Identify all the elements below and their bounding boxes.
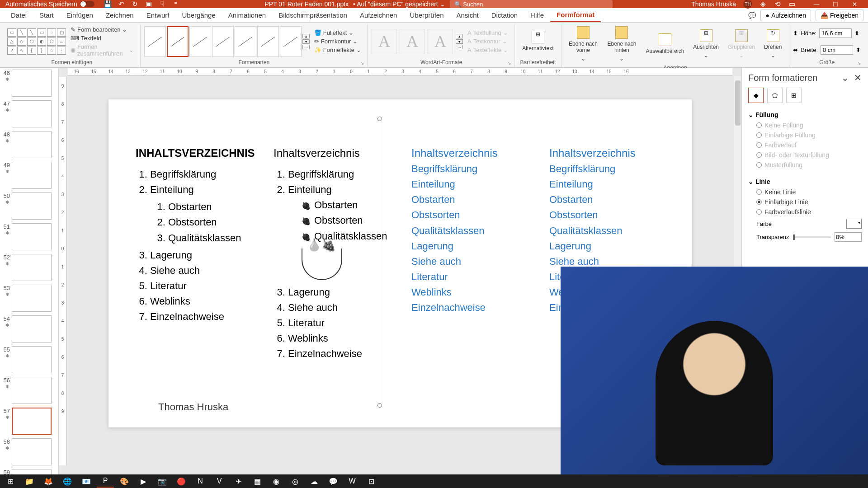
tab-animationen[interactable]: Animationen bbox=[222, 9, 272, 22]
undo-icon[interactable]: ↶ bbox=[118, 0, 125, 8]
slide-thumbnail-46[interactable] bbox=[12, 70, 52, 97]
app-icon[interactable]: ◎ bbox=[287, 475, 304, 488]
slide-thumbnail-58[interactable] bbox=[12, 438, 52, 465]
send-backward-button[interactable]: Ebene nach hinten ⌄ bbox=[603, 24, 640, 64]
dialog-launcher-icon[interactable]: ↘ bbox=[360, 61, 364, 66]
rotate-button[interactable]: ↻Drehen ⌄ bbox=[760, 28, 785, 61]
tab-hilfe[interactable]: Hilfe bbox=[524, 9, 550, 22]
present-icon[interactable]: ▣ bbox=[145, 0, 152, 8]
line-opt-gradient[interactable]: Farbverlaufslinie bbox=[748, 207, 862, 217]
app-icon[interactable]: 🎨 bbox=[116, 475, 133, 488]
explorer-icon[interactable]: 📁 bbox=[21, 475, 38, 488]
effects-button[interactable]: ✨ Formeffekte ⌄ bbox=[311, 46, 364, 54]
vlc-icon[interactable]: ▶ bbox=[135, 475, 152, 488]
textbox-button[interactable]: ⌨ Textfeld bbox=[68, 34, 137, 42]
slide-thumbnail-59[interactable] bbox=[12, 469, 52, 474]
autosave-toggle[interactable]: Automatisches Speichern bbox=[2, 0, 98, 8]
fill-section-header[interactable]: ⌄ Füllung bbox=[748, 109, 862, 120]
selection-handle-top[interactable] bbox=[377, 117, 382, 121]
onenote-icon[interactable]: N bbox=[192, 475, 209, 488]
line-style-gallery[interactable]: ▴▾⋯ bbox=[144, 26, 310, 57]
slide-thumbnail-56[interactable] bbox=[12, 377, 52, 404]
minimize-button[interactable]: — bbox=[807, 0, 826, 8]
dialog-launcher-icon[interactable]: ↘ bbox=[507, 61, 511, 66]
qat-more-icon[interactable]: ⁼ bbox=[172, 0, 179, 8]
outline-button[interactable]: ✏ Formkontur ⌄ bbox=[311, 37, 364, 46]
slide-thumbnail-54[interactable] bbox=[12, 315, 52, 343]
sync-icon[interactable]: ⟲ bbox=[774, 0, 781, 8]
height-input[interactable] bbox=[819, 28, 852, 38]
comments-icon[interactable]: 💬 bbox=[748, 12, 756, 19]
effects-tab[interactable]: ⬠ bbox=[767, 88, 783, 103]
line-opt-none[interactable]: Keine Linie bbox=[748, 187, 862, 197]
wordart-gallery[interactable]: AAA ▴▾⋯ bbox=[372, 29, 463, 54]
stepper-icon[interactable]: ⬍ bbox=[854, 30, 859, 37]
pane-close-icon[interactable]: ✕ bbox=[854, 73, 862, 83]
slide-thumbnail-53[interactable] bbox=[12, 285, 52, 312]
fill-line-tab[interactable]: ◆ bbox=[748, 88, 764, 103]
tab-ansicht[interactable]: Ansicht bbox=[450, 9, 485, 22]
tab-aufzeichnen[interactable]: Aufzeichnen bbox=[354, 9, 404, 22]
fill-button[interactable]: 🪣 Fülleffekt ⌄ bbox=[311, 28, 364, 37]
windows-taskbar[interactable]: ⊞ 📁 🦊 🌐 📧 P 🎨 ▶ 📷 🔴 N V ✈ ▦ ◉ ◎ ☁ 💬 W ⊡ bbox=[0, 474, 868, 488]
dialog-launcher-icon[interactable]: ↘ bbox=[857, 61, 861, 66]
slide-thumbnail-55[interactable] bbox=[12, 346, 52, 373]
line-section-header[interactable]: ⌄ Linie bbox=[748, 176, 862, 187]
firefox-icon[interactable]: 🦊 bbox=[40, 475, 57, 488]
window-icon[interactable]: ▭ bbox=[788, 0, 796, 8]
transparency-slider[interactable] bbox=[793, 236, 831, 238]
touch-icon[interactable]: ☟ bbox=[159, 0, 166, 8]
stepper-icon[interactable]: ⬍ bbox=[856, 47, 861, 53]
tab-uebergaenge[interactable]: Übergänge bbox=[176, 9, 222, 22]
telegram-icon[interactable]: ✈ bbox=[230, 475, 247, 488]
selection-pane-button[interactable]: Auswahlbereich bbox=[642, 32, 688, 56]
edit-shape-button[interactable]: ✎ Form bearbeiten ⌄ bbox=[68, 25, 137, 34]
tab-zeichnen[interactable]: Zeichnen bbox=[99, 9, 140, 22]
slide-thumbnail-50[interactable] bbox=[12, 192, 52, 220]
line-opt-solid[interactable]: Einfarbige Linie bbox=[748, 197, 862, 207]
pane-dropdown-icon[interactable]: ⌄ bbox=[841, 73, 849, 83]
tab-bildschirm[interactable]: Bildschirmpräsentation bbox=[272, 9, 354, 22]
redo-icon[interactable]: ↻ bbox=[132, 0, 139, 8]
diamond-icon[interactable]: ◈ bbox=[760, 0, 767, 8]
tab-start[interactable]: Start bbox=[33, 9, 60, 22]
slide-thumbnail-57[interactable] bbox=[12, 408, 52, 435]
size-props-tab[interactable]: ⊞ bbox=[786, 88, 802, 103]
slide-thumbnails[interactable]: 4647484950515253545556575859 bbox=[0, 68, 59, 474]
obs-icon[interactable]: ◉ bbox=[268, 475, 285, 488]
slide-thumbnail-49[interactable] bbox=[12, 162, 52, 189]
app-icon[interactable]: ☁ bbox=[306, 475, 323, 488]
powerpoint-icon[interactable]: P bbox=[97, 475, 114, 488]
shapes-gallery[interactable]: ▭╲╲▭○▢ △◇⬡◐⬠⌂ ↗∿{}☆⋮ bbox=[7, 28, 66, 55]
tab-ueberpruefen[interactable]: Überprüfen bbox=[403, 9, 450, 22]
color-picker[interactable] bbox=[846, 219, 862, 229]
tab-formformat[interactable]: Formformat bbox=[550, 8, 601, 22]
maximize-button[interactable]: ☐ bbox=[826, 0, 844, 8]
tab-entwurf[interactable]: Entwurf bbox=[140, 9, 176, 22]
selection-handle-bottom[interactable] bbox=[377, 403, 382, 408]
search-box[interactable]: 🔍 Suchen bbox=[450, 0, 613, 8]
save-icon[interactable]: 💾 bbox=[104, 0, 112, 8]
app-icon[interactable]: ⊡ bbox=[363, 475, 380, 488]
chrome-icon[interactable]: 🌐 bbox=[59, 475, 76, 488]
user-avatar[interactable]: TH bbox=[743, 0, 752, 9]
slide-thumbnail-51[interactable] bbox=[12, 223, 52, 250]
width-input[interactable] bbox=[821, 45, 853, 55]
transparency-input[interactable] bbox=[835, 232, 862, 242]
tab-einfuegen[interactable]: Einfügen bbox=[60, 9, 99, 22]
selected-line-shape[interactable] bbox=[380, 118, 380, 405]
app-icon[interactable]: ▦ bbox=[249, 475, 266, 488]
close-button[interactable]: ✕ bbox=[845, 0, 863, 8]
app-icon[interactable]: 💬 bbox=[325, 475, 342, 488]
slide-thumbnail-48[interactable] bbox=[12, 131, 52, 158]
slide-thumbnail-47[interactable] bbox=[12, 100, 52, 127]
share-button[interactable]: 📤 Freigeben bbox=[816, 9, 863, 21]
alt-text-button[interactable]: ⊞Alternativtext bbox=[519, 29, 557, 53]
tab-dictation[interactable]: Dictation bbox=[485, 9, 524, 22]
start-button[interactable]: ⊞ bbox=[2, 475, 19, 488]
record-button[interactable]: ● Aufzeichnen bbox=[760, 9, 811, 21]
slide-thumbnail-52[interactable] bbox=[12, 254, 52, 281]
align-button[interactable]: ⊟Ausrichten ⌄ bbox=[689, 28, 722, 61]
word-icon[interactable]: W bbox=[344, 475, 361, 488]
toggle-switch[interactable] bbox=[80, 1, 94, 7]
